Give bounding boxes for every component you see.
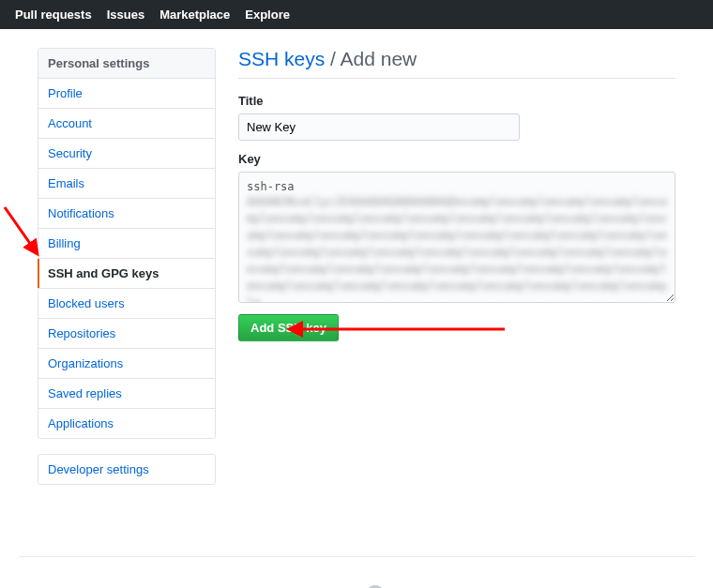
key-textarea[interactable]: ssh-rsa AAAAB3NzaC1yc2EAAAADAQABAAABAQDe… (238, 172, 675, 303)
sidebar-item-account[interactable]: Account (38, 109, 215, 139)
sidebar-item-security[interactable]: Security (38, 139, 215, 169)
sidebar: Personal settings Profile Account Securi… (38, 48, 216, 500)
sidebar-item-notifications[interactable]: Notifications (38, 199, 215, 229)
sidebar-item-developer-settings[interactable]: Developer settings (38, 455, 215, 484)
sidebar-item-saved-replies[interactable]: Saved replies (38, 379, 215, 409)
sidebar-item-ssh-gpg-keys: SSH and GPG keys (38, 259, 215, 289)
key-value-redacted: AAAAB3NzaC1yc2EAAAADAQABAAABAQDexampleex… (247, 193, 667, 303)
sidebar-item-organizations[interactable]: Organizations (38, 349, 215, 379)
nav-explore[interactable]: Explore (245, 8, 290, 22)
page-title: SSH keys / Add new (238, 48, 675, 79)
key-value-visible: ssh-rsa (247, 180, 667, 193)
add-ssh-key-button[interactable]: Add SSH key (238, 314, 339, 341)
main-content: SSH keys / Add new Title Key ssh-rsa AAA… (238, 48, 675, 500)
title-label: Title (238, 94, 675, 108)
sidebar-item-profile[interactable]: Profile (38, 79, 215, 109)
sidebar-item-repositories[interactable]: Repositories (38, 319, 215, 349)
footer: © 2019 GitHub, Inc. Terms Privacy Securi… (19, 556, 694, 588)
developer-settings-menu: Developer settings (38, 454, 216, 485)
sidebar-item-blocked-users[interactable]: Blocked users (38, 289, 215, 319)
nav-marketplace[interactable]: Marketplace (159, 8, 230, 22)
sidebar-item-billing[interactable]: Billing (38, 229, 215, 259)
nav-pull-requests[interactable]: Pull requests (15, 8, 92, 22)
sidebar-item-applications[interactable]: Applications (38, 409, 215, 438)
sidebar-item-emails[interactable]: Emails (38, 169, 215, 199)
top-nav: Pull requests Issues Marketplace Explore (0, 0, 713, 29)
breadcrumb-ssh-keys[interactable]: SSH keys (238, 48, 325, 69)
key-label: Key (238, 152, 675, 166)
breadcrumb-current: / Add new (330, 48, 417, 69)
personal-settings-menu: Personal settings Profile Account Securi… (38, 48, 216, 439)
sidebar-header: Personal settings (38, 49, 215, 79)
title-input[interactable] (238, 113, 520, 141)
nav-issues[interactable]: Issues (107, 8, 144, 22)
